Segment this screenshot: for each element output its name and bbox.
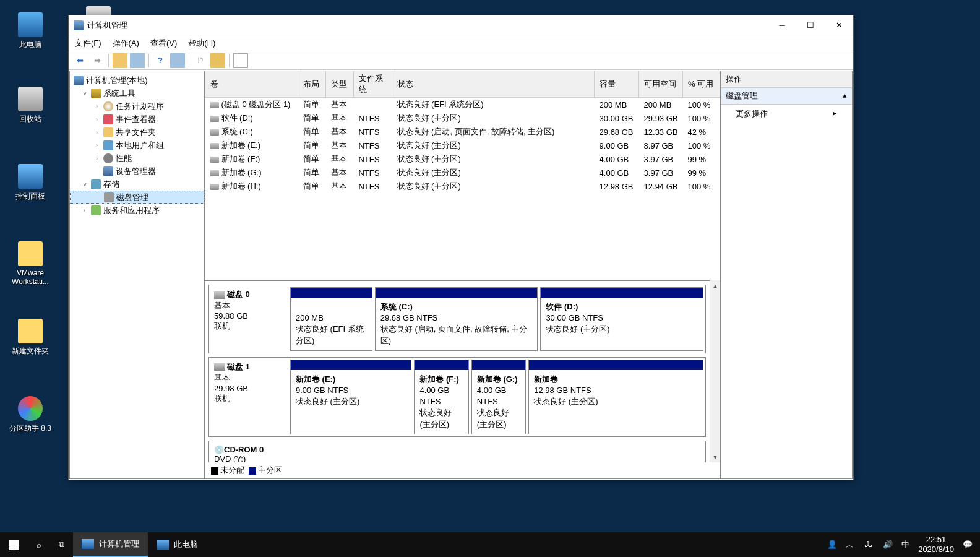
taskbar[interactable]: ⌕ ⧉ 计算机管理 此电脑 👤 ︿ 🖧 🔊 中 22:512020/8/10 💬 <box>0 532 980 557</box>
list-button[interactable] <box>210 53 225 68</box>
desktop-icon-vmware[interactable]: VMware Workstati... <box>6 241 54 286</box>
folder-icon <box>103 127 113 137</box>
refresh-button[interactable] <box>170 53 185 68</box>
search-button[interactable]: ⌕ <box>28 532 50 557</box>
tree-devicemgr[interactable]: 设备管理器 <box>70 165 204 178</box>
col-free[interactable]: 可用空间 <box>639 71 683 98</box>
desktop-icon-recycle[interactable]: 回收站 <box>6 87 54 124</box>
tree-performance[interactable]: ›性能 <box>70 152 204 165</box>
expander-icon[interactable]: › <box>96 116 103 123</box>
scroll-up-icon[interactable]: ▲ <box>710 280 720 291</box>
expander-icon[interactable]: › <box>96 129 103 136</box>
expander-icon[interactable]: › <box>96 142 103 149</box>
menu-view[interactable]: 查看(V) <box>150 38 177 49</box>
legend: 未分配 主分区 <box>205 462 720 478</box>
disk-row[interactable]: 💿CD-ROM 0DVD (Y:) <box>208 441 706 462</box>
partition[interactable]: 200 MB状态良好 (EFI 系统分区) <box>290 287 372 351</box>
volume-row[interactable]: (磁盘 0 磁盘分区 1)简单基本状态良好 (EFI 系统分区)200 MB20… <box>205 98 720 112</box>
desktop-label: 此电脑 <box>6 40 54 50</box>
tree-diskmgmt[interactable]: 磁盘管理 <box>70 191 204 204</box>
volume-icon[interactable]: 🔊 <box>883 540 893 550</box>
menu-help[interactable]: 帮助(H) <box>188 38 215 49</box>
minimize-button[interactable]: ─ <box>768 15 796 35</box>
volume-row[interactable]: 软件 (D:)简单基本NTFS状态良好 (主分区)30.00 GB29.93 G… <box>205 111 720 125</box>
details-button[interactable] <box>233 53 248 68</box>
partition[interactable]: 系统 (C:)29.68 GB NTFS状态良好 (启动, 页面文件, 故障转储… <box>375 287 538 351</box>
col-type[interactable]: 类型 <box>326 71 354 98</box>
close-button[interactable]: ✕ <box>825 15 853 35</box>
desktop-icon-controlpanel[interactable]: 控制面板 <box>6 164 54 202</box>
menu-file[interactable]: 文件(F) <box>75 38 101 49</box>
col-pct[interactable]: % 可用 <box>683 71 720 98</box>
disk-icon <box>214 363 225 371</box>
task-thispc[interactable]: 此电脑 <box>148 532 207 557</box>
maximize-button[interactable]: ☐ <box>796 15 825 35</box>
start-button[interactable] <box>0 532 28 557</box>
col-layout[interactable]: 布局 <box>298 71 326 98</box>
tree-services[interactable]: ›服务和应用程序 <box>70 204 204 217</box>
partition[interactable]: 软件 (D:)30.00 GB NTFS状态良好 (主分区) <box>540 287 703 351</box>
volume-table[interactable]: 卷 布局 类型 文件系统 状态 容量 可用空间 % 可用 (磁盘 0 磁盘分区 … <box>205 71 720 280</box>
collapse-icon[interactable]: ▴ <box>843 90 847 101</box>
partition[interactable]: 新加卷 (E:)9.00 GB NTFS状态良好 (主分区) <box>290 360 411 434</box>
expander-icon[interactable]: › <box>96 103 103 110</box>
clock[interactable]: 22:512020/8/10 <box>918 535 954 554</box>
col-status[interactable]: 状态 <box>392 71 595 98</box>
tree-root[interactable]: 计算机管理(本地) <box>70 74 204 87</box>
volume-row[interactable]: 新加卷 (E:)简单基本NTFS状态良好 (主分区)9.00 GB8.97 GB… <box>205 139 720 152</box>
tree-tasksched[interactable]: ›任务计划程序 <box>70 100 204 113</box>
scrollbar[interactable]: ▲▼ <box>710 280 720 462</box>
up-button[interactable] <box>113 53 127 68</box>
partition[interactable]: 新加卷 (G:)4.00 GB NTFS状态良好 (主分区) <box>471 360 526 434</box>
expander-icon[interactable]: v <box>84 181 91 188</box>
tree-eventviewer[interactable]: ›事件查看器 <box>70 113 204 126</box>
expander-icon[interactable]: › <box>84 207 91 214</box>
disk-map[interactable]: 磁盘 0基本59.88 GB联机 200 MB状态良好 (EFI 系统分区)系统… <box>205 280 710 462</box>
tree-shared[interactable]: ›共享文件夹 <box>70 126 204 139</box>
col-volume[interactable]: 卷 <box>205 71 298 98</box>
network-icon[interactable]: 🖧 <box>864 540 874 550</box>
disk-row[interactable]: 磁盘 1基本29.98 GB联机新加卷 (E:)9.00 GB NTFS状态良好… <box>208 357 706 437</box>
actions-section[interactable]: 磁盘管理▴ <box>721 88 852 105</box>
volume-icon <box>210 129 219 136</box>
expander-icon[interactable]: › <box>96 155 103 162</box>
scroll-down-icon[interactable]: ▼ <box>710 452 720 462</box>
volume-row[interactable]: 新加卷 (H:)简单基本NTFS状态良好 (主分区)12.98 GB12.94 … <box>205 179 720 193</box>
device-icon <box>103 166 113 176</box>
tray-chevron-icon[interactable]: ︿ <box>846 540 856 550</box>
desktop-icon-thispc[interactable]: 此电脑 <box>6 12 54 50</box>
desktop-icon-partition[interactable]: 分区助手 8.3 <box>6 396 54 434</box>
titlebar[interactable]: 计算机管理 ─ ☐ ✕ <box>69 15 853 35</box>
menu-action[interactable]: 操作(A) <box>113 38 139 49</box>
expander-icon[interactable]: v <box>84 90 91 97</box>
people-icon[interactable]: 👤 <box>827 540 837 550</box>
col-fs[interactable]: 文件系统 <box>354 71 392 98</box>
nav-tree[interactable]: 计算机管理(本地) v系统工具 ›任务计划程序 ›事件查看器 ›共享文件夹 ›本… <box>70 71 205 478</box>
tree-systools[interactable]: v系统工具 <box>70 87 204 100</box>
task-compmgmt[interactable]: 计算机管理 <box>73 532 148 557</box>
services-icon <box>91 205 101 215</box>
notifications-icon[interactable]: 💬 <box>963 540 973 550</box>
taskview-button[interactable]: ⧉ <box>50 532 73 557</box>
tree-localusers[interactable]: ›本地用户和组 <box>70 139 204 152</box>
tree-storage[interactable]: v存储 <box>70 178 204 191</box>
help-button[interactable]: ? <box>153 53 168 68</box>
partition[interactable]: 新加卷 (F:)4.00 GB NTFS状态良好 (主分区) <box>414 360 468 434</box>
app-icon <box>74 20 84 30</box>
pc-icon <box>157 540 169 550</box>
disk-row[interactable]: 磁盘 0基本59.88 GB联机 200 MB状态良好 (EFI 系统分区)系统… <box>208 285 706 353</box>
col-cap[interactable]: 容量 <box>595 71 639 98</box>
settings-button[interactable]: ⚐ <box>193 53 208 68</box>
partition[interactable]: 新加卷12.98 GB NTFS状态良好 (主分区) <box>528 360 703 434</box>
forward-button[interactable]: ➡ <box>90 53 105 68</box>
back-button[interactable]: ⬅ <box>72 53 87 68</box>
disk-icon <box>214 291 225 299</box>
ime-indicator[interactable]: 中 <box>901 539 909 550</box>
actions-more[interactable]: 更多操作▸ <box>721 105 852 123</box>
volume-row[interactable]: 新加卷 (F:)简单基本NTFS状态良好 (主分区)4.00 GB3.97 GB… <box>205 152 720 166</box>
volume-icon <box>210 184 219 190</box>
desktop-icon-newfolder[interactable]: 新建文件夹 <box>6 319 54 356</box>
volume-row[interactable]: 新加卷 (G:)简单基本NTFS状态良好 (主分区)4.00 GB3.97 GB… <box>205 166 720 179</box>
volume-row[interactable]: 系统 (C:)简单基本NTFS状态良好 (启动, 页面文件, 故障转储, 主分区… <box>205 125 720 139</box>
properties-button[interactable] <box>130 53 145 68</box>
